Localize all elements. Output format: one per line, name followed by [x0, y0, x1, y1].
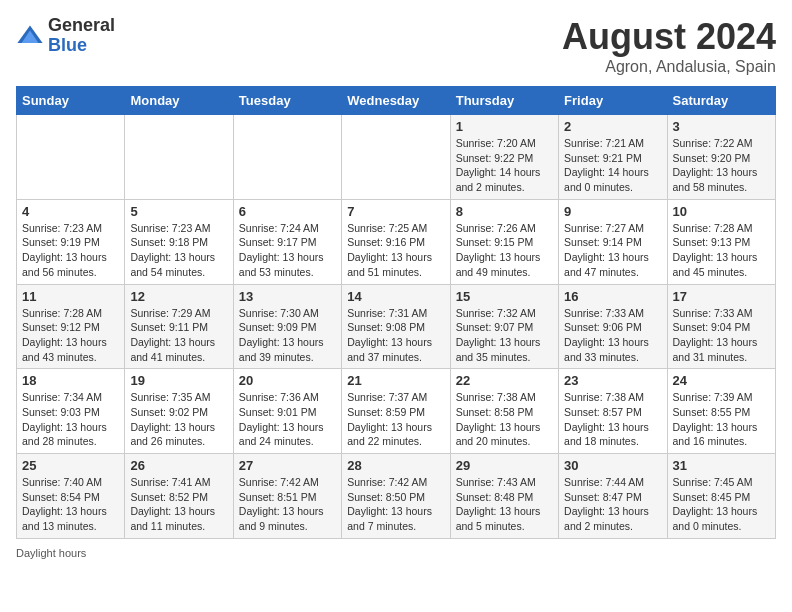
day-info: Sunrise: 7:28 AM Sunset: 9:12 PM Dayligh…: [22, 306, 119, 365]
calendar-cell: 28 Sunrise: 7:42 AM Sunset: 8:50 PM Dayl…: [342, 454, 450, 539]
day-info: Sunrise: 7:30 AM Sunset: 9:09 PM Dayligh…: [239, 306, 336, 365]
calendar-cell: 27 Sunrise: 7:42 AM Sunset: 8:51 PM Dayl…: [233, 454, 341, 539]
day-number: 28: [347, 458, 444, 473]
day-number: 13: [239, 289, 336, 304]
day-number: 29: [456, 458, 553, 473]
calendar-cell: 19 Sunrise: 7:35 AM Sunset: 9:02 PM Dayl…: [125, 369, 233, 454]
day-number: 7: [347, 204, 444, 219]
day-number: 23: [564, 373, 661, 388]
day-number: 30: [564, 458, 661, 473]
day-number: 27: [239, 458, 336, 473]
calendar-cell: 18 Sunrise: 7:34 AM Sunset: 9:03 PM Dayl…: [17, 369, 125, 454]
calendar-cell: 30 Sunrise: 7:44 AM Sunset: 8:47 PM Dayl…: [559, 454, 667, 539]
calendar-week-row: 18 Sunrise: 7:34 AM Sunset: 9:03 PM Dayl…: [17, 369, 776, 454]
day-info: Sunrise: 7:42 AM Sunset: 8:51 PM Dayligh…: [239, 475, 336, 534]
day-number: 21: [347, 373, 444, 388]
calendar-cell: 2 Sunrise: 7:21 AM Sunset: 9:21 PM Dayli…: [559, 115, 667, 200]
day-number: 3: [673, 119, 770, 134]
day-info: Sunrise: 7:33 AM Sunset: 9:06 PM Dayligh…: [564, 306, 661, 365]
logo-blue-text: Blue: [48, 36, 115, 56]
calendar-cell: [342, 115, 450, 200]
day-info: Sunrise: 7:27 AM Sunset: 9:14 PM Dayligh…: [564, 221, 661, 280]
day-info: Sunrise: 7:42 AM Sunset: 8:50 PM Dayligh…: [347, 475, 444, 534]
weekday-header-tuesday: Tuesday: [233, 87, 341, 115]
day-number: 14: [347, 289, 444, 304]
calendar-cell: 9 Sunrise: 7:27 AM Sunset: 9:14 PM Dayli…: [559, 199, 667, 284]
day-info: Sunrise: 7:31 AM Sunset: 9:08 PM Dayligh…: [347, 306, 444, 365]
calendar-cell: 8 Sunrise: 7:26 AM Sunset: 9:15 PM Dayli…: [450, 199, 558, 284]
day-info: Sunrise: 7:39 AM Sunset: 8:55 PM Dayligh…: [673, 390, 770, 449]
day-number: 26: [130, 458, 227, 473]
day-info: Sunrise: 7:43 AM Sunset: 8:48 PM Dayligh…: [456, 475, 553, 534]
weekday-header-monday: Monday: [125, 87, 233, 115]
day-number: 16: [564, 289, 661, 304]
calendar-cell: 3 Sunrise: 7:22 AM Sunset: 9:20 PM Dayli…: [667, 115, 775, 200]
location-title: Agron, Andalusia, Spain: [562, 58, 776, 76]
day-info: Sunrise: 7:25 AM Sunset: 9:16 PM Dayligh…: [347, 221, 444, 280]
calendar-cell: 21 Sunrise: 7:37 AM Sunset: 8:59 PM Dayl…: [342, 369, 450, 454]
calendar-week-row: 1 Sunrise: 7:20 AM Sunset: 9:22 PM Dayli…: [17, 115, 776, 200]
day-info: Sunrise: 7:41 AM Sunset: 8:52 PM Dayligh…: [130, 475, 227, 534]
day-number: 24: [673, 373, 770, 388]
day-number: 4: [22, 204, 119, 219]
calendar-cell: [17, 115, 125, 200]
day-info: Sunrise: 7:26 AM Sunset: 9:15 PM Dayligh…: [456, 221, 553, 280]
day-info: Sunrise: 7:29 AM Sunset: 9:11 PM Dayligh…: [130, 306, 227, 365]
day-info: Sunrise: 7:21 AM Sunset: 9:21 PM Dayligh…: [564, 136, 661, 195]
day-number: 31: [673, 458, 770, 473]
day-number: 22: [456, 373, 553, 388]
day-number: 19: [130, 373, 227, 388]
calendar-cell: 11 Sunrise: 7:28 AM Sunset: 9:12 PM Dayl…: [17, 284, 125, 369]
day-number: 17: [673, 289, 770, 304]
calendar-cell: 12 Sunrise: 7:29 AM Sunset: 9:11 PM Dayl…: [125, 284, 233, 369]
day-number: 8: [456, 204, 553, 219]
calendar-cell: 13 Sunrise: 7:30 AM Sunset: 9:09 PM Dayl…: [233, 284, 341, 369]
calendar-footer: Daylight hours: [16, 547, 776, 559]
calendar-cell: 1 Sunrise: 7:20 AM Sunset: 9:22 PM Dayli…: [450, 115, 558, 200]
weekday-header-friday: Friday: [559, 87, 667, 115]
daylight-label: Daylight hours: [16, 547, 86, 559]
day-info: Sunrise: 7:35 AM Sunset: 9:02 PM Dayligh…: [130, 390, 227, 449]
calendar-cell: 14 Sunrise: 7:31 AM Sunset: 9:08 PM Dayl…: [342, 284, 450, 369]
day-info: Sunrise: 7:45 AM Sunset: 8:45 PM Dayligh…: [673, 475, 770, 534]
day-number: 6: [239, 204, 336, 219]
calendar-cell: 7 Sunrise: 7:25 AM Sunset: 9:16 PM Dayli…: [342, 199, 450, 284]
calendar-cell: 16 Sunrise: 7:33 AM Sunset: 9:06 PM Dayl…: [559, 284, 667, 369]
logo-general-text: General: [48, 16, 115, 36]
day-number: 9: [564, 204, 661, 219]
logo-icon: [16, 22, 44, 50]
logo: General Blue: [16, 16, 115, 56]
day-number: 25: [22, 458, 119, 473]
calendar-week-row: 25 Sunrise: 7:40 AM Sunset: 8:54 PM Dayl…: [17, 454, 776, 539]
calendar-cell: 20 Sunrise: 7:36 AM Sunset: 9:01 PM Dayl…: [233, 369, 341, 454]
calendar-cell: 17 Sunrise: 7:33 AM Sunset: 9:04 PM Dayl…: [667, 284, 775, 369]
day-number: 5: [130, 204, 227, 219]
day-info: Sunrise: 7:44 AM Sunset: 8:47 PM Dayligh…: [564, 475, 661, 534]
day-number: 20: [239, 373, 336, 388]
calendar-cell: 22 Sunrise: 7:38 AM Sunset: 8:58 PM Dayl…: [450, 369, 558, 454]
calendar-cell: 24 Sunrise: 7:39 AM Sunset: 8:55 PM Dayl…: [667, 369, 775, 454]
day-number: 10: [673, 204, 770, 219]
calendar-cell: 6 Sunrise: 7:24 AM Sunset: 9:17 PM Dayli…: [233, 199, 341, 284]
day-info: Sunrise: 7:36 AM Sunset: 9:01 PM Dayligh…: [239, 390, 336, 449]
day-info: Sunrise: 7:28 AM Sunset: 9:13 PM Dayligh…: [673, 221, 770, 280]
calendar-cell: 4 Sunrise: 7:23 AM Sunset: 9:19 PM Dayli…: [17, 199, 125, 284]
day-info: Sunrise: 7:33 AM Sunset: 9:04 PM Dayligh…: [673, 306, 770, 365]
weekday-header-wednesday: Wednesday: [342, 87, 450, 115]
day-number: 15: [456, 289, 553, 304]
calendar-cell: 10 Sunrise: 7:28 AM Sunset: 9:13 PM Dayl…: [667, 199, 775, 284]
day-info: Sunrise: 7:40 AM Sunset: 8:54 PM Dayligh…: [22, 475, 119, 534]
day-number: 12: [130, 289, 227, 304]
logo-text: General Blue: [48, 16, 115, 56]
weekday-header-thursday: Thursday: [450, 87, 558, 115]
day-info: Sunrise: 7:20 AM Sunset: 9:22 PM Dayligh…: [456, 136, 553, 195]
day-number: 1: [456, 119, 553, 134]
day-info: Sunrise: 7:22 AM Sunset: 9:20 PM Dayligh…: [673, 136, 770, 195]
daylight-legend: Daylight hours: [16, 547, 86, 559]
day-info: Sunrise: 7:23 AM Sunset: 9:19 PM Dayligh…: [22, 221, 119, 280]
calendar-table: SundayMondayTuesdayWednesdayThursdayFrid…: [16, 86, 776, 539]
calendar-cell: 26 Sunrise: 7:41 AM Sunset: 8:52 PM Dayl…: [125, 454, 233, 539]
day-info: Sunrise: 7:37 AM Sunset: 8:59 PM Dayligh…: [347, 390, 444, 449]
weekday-header-sunday: Sunday: [17, 87, 125, 115]
day-info: Sunrise: 7:23 AM Sunset: 9:18 PM Dayligh…: [130, 221, 227, 280]
